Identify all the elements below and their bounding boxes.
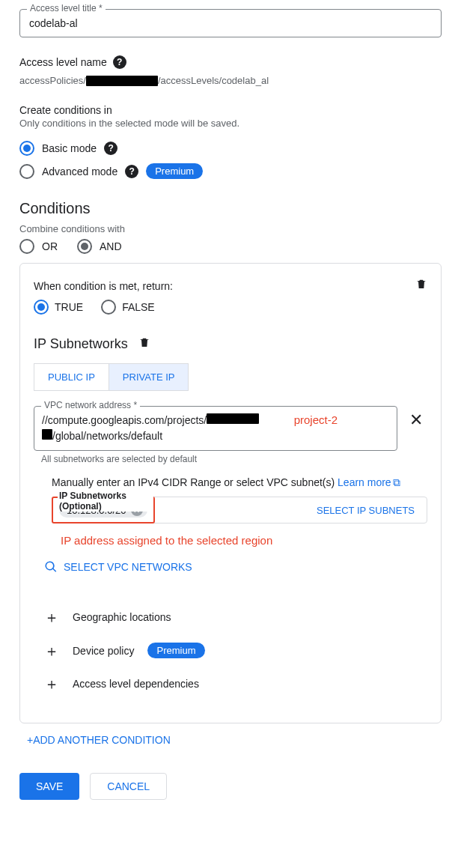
plus-icon: ＋ bbox=[44, 643, 59, 658]
ip-subnetworks-field[interactable]: IP Subnetworks (Optional) 10.128.0.0/20 … bbox=[52, 497, 427, 523]
trash-icon bbox=[138, 336, 150, 349]
manual-cidr-text: Manually enter an IPv4 CIDR Range or sel… bbox=[52, 476, 427, 489]
search-icon bbox=[44, 560, 58, 574]
vpc-network-label: VPC network address * bbox=[41, 400, 140, 410]
when-condition-met-label: When condition is met, return: bbox=[34, 280, 427, 292]
combine-conditions-label: Combine conditions with bbox=[19, 223, 442, 234]
ip-subnetworks-label: IP Subnetworks (Optional) bbox=[58, 491, 153, 512]
access-level-name-path: accessPolicies//accessLevels/codelab_al bbox=[19, 75, 442, 86]
access-level-title-label: Access level title * bbox=[27, 3, 106, 13]
basic-mode-radio-row[interactable]: Basic mode ? bbox=[19, 141, 442, 156]
annotation-highlight-box: IP Subnetworks (Optional) 10.128.0.0/20 … bbox=[52, 497, 155, 523]
vpc-network-field: VPC network address * //compute.googleap… bbox=[34, 406, 397, 451]
return-false-radio[interactable] bbox=[101, 300, 116, 315]
combine-and-radio[interactable] bbox=[77, 239, 92, 254]
ip-subnetworks-heading: IP Subnetworks bbox=[34, 336, 427, 353]
return-true-option[interactable]: TRUE bbox=[34, 300, 83, 315]
delete-condition-button[interactable] bbox=[415, 277, 427, 293]
add-another-condition-button[interactable]: +ADD ANOTHER CONDITION bbox=[19, 723, 442, 746]
save-button[interactable]: SAVE bbox=[19, 773, 79, 800]
vpc-network-textarea[interactable]: //compute.googleapis.com/projects/ /glob… bbox=[34, 406, 397, 451]
external-link-icon: ⧉ bbox=[393, 476, 400, 489]
condition-card: When condition is met, return: TRUE FALS… bbox=[19, 263, 442, 723]
add-geographic-locations[interactable]: ＋ Geographic locations bbox=[34, 601, 427, 634]
access-level-title-field: Access level title * bbox=[19, 9, 442, 37]
combine-or-radio[interactable] bbox=[19, 239, 34, 254]
basic-mode-radio[interactable] bbox=[19, 141, 34, 156]
remove-vpc-button[interactable]: ✕ bbox=[405, 406, 427, 434]
advanced-mode-radio-row[interactable]: Advanced mode ? Premium bbox=[19, 163, 442, 179]
redacted-block bbox=[42, 429, 52, 440]
advanced-mode-label: Advanced mode bbox=[42, 166, 117, 177]
create-conditions-subtitle: Only conditions in the selected mode wil… bbox=[19, 118, 442, 129]
delete-ip-subnetworks-button[interactable] bbox=[138, 336, 150, 353]
conditions-heading: Conditions bbox=[19, 200, 442, 217]
help-icon[interactable]: ? bbox=[125, 165, 138, 178]
return-false-label: FALSE bbox=[122, 301, 155, 313]
select-ip-subnets-button[interactable]: SELECT IP SUBNETS bbox=[305, 505, 427, 516]
ip-type-tabs: PUBLIC IP PRIVATE IP bbox=[34, 363, 189, 391]
plus-icon: ＋ bbox=[44, 676, 59, 691]
redacted-block bbox=[86, 76, 158, 86]
access-level-name-label: Access level name bbox=[19, 56, 107, 68]
create-conditions-title: Create conditions in bbox=[19, 104, 442, 116]
access-level-name-label-row: Access level name ? bbox=[19, 55, 442, 69]
return-false-option[interactable]: FALSE bbox=[101, 300, 155, 315]
premium-badge: Premium bbox=[147, 643, 204, 658]
learn-more-link[interactable]: Learn more bbox=[338, 476, 391, 488]
help-icon[interactable]: ? bbox=[113, 55, 126, 69]
premium-badge: Premium bbox=[146, 163, 203, 179]
combine-or-label: OR bbox=[42, 240, 58, 252]
return-true-label: TRUE bbox=[55, 301, 83, 313]
tab-private-ip[interactable]: PRIVATE IP bbox=[109, 364, 189, 390]
annotation-ip-assigned: IP address assigned to the selected regi… bbox=[61, 534, 427, 547]
plus-icon: ＋ bbox=[44, 610, 59, 625]
redacted-block bbox=[207, 413, 259, 424]
return-true-radio[interactable] bbox=[34, 300, 49, 315]
trash-icon bbox=[415, 277, 427, 291]
cancel-button[interactable]: CANCEL bbox=[90, 773, 167, 800]
advanced-mode-radio[interactable] bbox=[19, 164, 34, 179]
combine-and-label: AND bbox=[100, 240, 122, 252]
help-icon[interactable]: ? bbox=[104, 142, 117, 155]
basic-mode-label: Basic mode bbox=[42, 142, 97, 154]
add-access-level-dependencies[interactable]: ＋ Access level dependencies bbox=[34, 667, 427, 700]
vpc-hint: All subnetworks are selected by default bbox=[41, 454, 427, 464]
add-device-policy[interactable]: ＋ Device policy Premium bbox=[34, 634, 427, 667]
tab-public-ip[interactable]: PUBLIC IP bbox=[34, 364, 109, 390]
select-vpc-networks-button[interactable]: SELECT VPC NETWORKS bbox=[44, 560, 427, 574]
